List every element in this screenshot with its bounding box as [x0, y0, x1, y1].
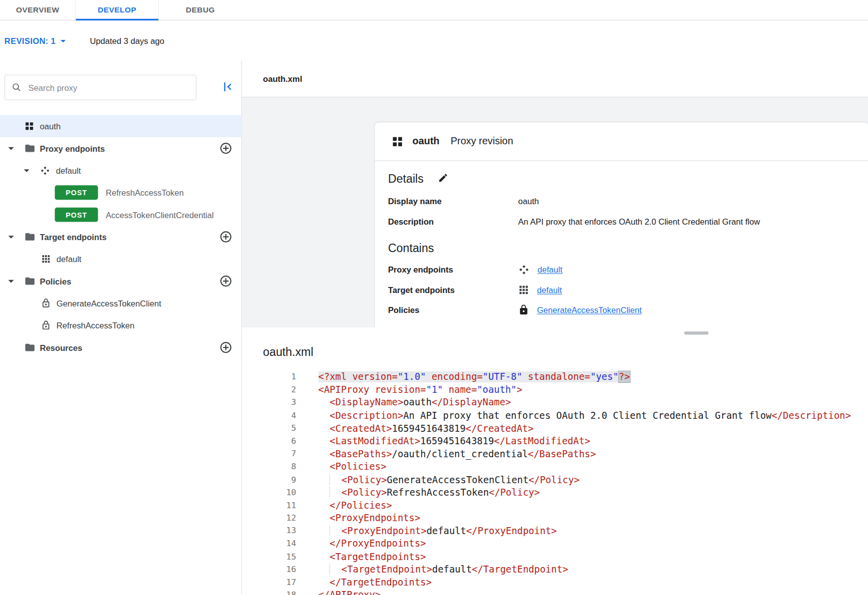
line-number: 7 [242, 448, 296, 461]
target-endpoint-icon [518, 285, 529, 296]
code-line[interactable]: <BasePaths>/oauth/client_credential</Bas… [318, 448, 868, 461]
search-input[interactable] [28, 83, 189, 92]
tree-item-label: default [56, 254, 81, 264]
tab-debug[interactable]: DEBUG [159, 0, 242, 20]
code-line[interactable]: <TargetEndpoints> [318, 550, 868, 563]
code-line[interactable]: <Policies> [318, 461, 868, 474]
flow-name: AccessTokenClientCredential [106, 210, 214, 220]
top-tab-bar: OVERVIEW DEVELOP DEBUG [0, 0, 868, 20]
tree-item-label: GenerateAccessTokenClient [56, 298, 161, 308]
updated-text: Updated 3 days ago [90, 36, 164, 45]
code-line[interactable]: </Policies> [318, 499, 868, 512]
code-line[interactable]: <?xml version="1.0" encoding="UTF-8" sta… [318, 371, 868, 384]
chevron-down-icon[interactable] [20, 164, 33, 177]
display-name-row: Display name oauth [388, 196, 868, 206]
line-number: 5 [242, 422, 296, 435]
add-policy-button[interactable] [219, 275, 233, 290]
search-proxy-box[interactable] [4, 75, 197, 100]
collapse-panel-button[interactable] [220, 79, 236, 96]
tree-folder-target-endpoints[interactable]: Target endpoints [0, 226, 241, 248]
revision-selector[interactable]: REVISION: 1 [4, 34, 69, 46]
code-line[interactable]: <DisplayName>oauth</DisplayName> [318, 396, 868, 409]
file-tab-label: oauth.xml [263, 74, 302, 84]
tree-item-flow-refresh-access-token[interactable]: POST RefreshAccessToken [0, 182, 241, 204]
add-proxy-endpoint-button[interactable] [219, 142, 233, 157]
code-line[interactable]: <ProxyEndpoints> [318, 512, 868, 525]
line-number: 6 [242, 435, 296, 448]
contains-target-endpoints-row: Target endpoints default [388, 285, 868, 296]
add-target-endpoint-button[interactable] [219, 230, 233, 245]
tree-item-flow-access-token-client-credential[interactable]: POST AccessTokenClientCredential [0, 204, 241, 226]
editor-gutter: 123456789101112131415161718 [242, 365, 297, 595]
add-resource-button[interactable] [219, 341, 233, 356]
tree-item-proxy-endpoint-default[interactable]: default [0, 159, 241, 181]
pane-splitter[interactable] [242, 327, 868, 338]
target-endpoint-icon [41, 254, 51, 264]
tree-item-label: oauth [40, 121, 61, 131]
line-number: 17 [242, 576, 296, 589]
chevron-down-icon[interactable] [4, 142, 18, 155]
chevron-down-icon[interactable] [4, 275, 18, 288]
xml-code-editor[interactable]: 123456789101112131415161718 <?xml versio… [242, 365, 868, 595]
tree-folder-resources[interactable]: Resources [0, 336, 241, 358]
target-endpoint-link[interactable]: default [537, 285, 562, 295]
plus-circle-icon [219, 341, 233, 354]
code-line[interactable]: <CreatedAt>1659451643819</CreatedAt> [318, 422, 868, 435]
diagram-area: oauth Proxy revision Details Display nam… [242, 97, 868, 327]
drag-handle-icon [684, 331, 709, 335]
code-line[interactable]: <LastModifiedAt>1659451643819</LastModif… [318, 435, 868, 448]
folder-icon [24, 276, 35, 287]
line-number: 10 [242, 486, 296, 499]
code-line[interactable]: <TargetEndpoint>default</TargetEndpoint> [318, 563, 868, 576]
tab-develop[interactable]: DEVELOP [76, 0, 159, 20]
tree-item-label: RefreshAccessToken [56, 320, 134, 330]
tab-label: DEBUG [186, 5, 215, 14]
code-line[interactable]: </APIProxy> [318, 589, 868, 595]
proxy-endpoint-icon [40, 165, 50, 176]
code-line[interactable]: <Policy>GenerateAccessTokenClient</Polic… [318, 473, 868, 486]
folder-icon [24, 231, 35, 242]
card-title: oauth [413, 136, 439, 147]
contains-policies-row: Policies GenerateAccessTokenClient [388, 304, 868, 315]
folder-icon [24, 143, 35, 154]
plus-circle-icon [219, 142, 233, 155]
code-line[interactable]: <ProxyEndpoint>default</ProxyEndpoint> [318, 525, 868, 538]
policy-link[interactable]: GenerateAccessTokenClient [537, 305, 642, 314]
code-line[interactable]: </TargetEndpoints> [318, 576, 868, 589]
search-row [0, 61, 241, 100]
flow-name: RefreshAccessToken [106, 188, 184, 197]
proxy-endpoint-icon [518, 264, 529, 276]
revision-bar: REVISION: 1 Updated 3 days ago [0, 20, 868, 61]
tree-folder-policies[interactable]: Policies [0, 270, 241, 292]
proxy-icon [24, 121, 34, 131]
code-line[interactable]: <APIProxy revision="1" name="oauth"> [318, 383, 868, 396]
chevron-down-icon[interactable] [4, 230, 18, 244]
card-body: Details Display name oauth Description A… [375, 161, 868, 315]
field-label: Proxy endpoints [388, 265, 518, 275]
proxy-endpoint-link[interactable]: default [537, 265, 562, 275]
proxy-tree-sidebar: oauth Proxy endpoints [0, 61, 242, 595]
tree-item-oauth[interactable]: oauth [0, 115, 241, 137]
line-number: 9 [242, 473, 296, 486]
code-line[interactable]: </ProxyEndpoints> [318, 538, 868, 551]
method-badge-post: POST [55, 185, 98, 200]
details-heading-row: Details [388, 172, 868, 186]
line-number: 12 [242, 512, 296, 525]
tab-label: OVERVIEW [16, 5, 59, 14]
line-number: 14 [242, 538, 296, 551]
tree-item-policy-refresh-access-token[interactable]: RefreshAccessToken [0, 314, 241, 336]
tab-overview[interactable]: OVERVIEW [0, 0, 76, 20]
file-tab-header[interactable]: oauth.xml [242, 61, 868, 97]
line-number: 18 [242, 589, 296, 595]
code-line[interactable]: <Description>An API proxy that enforces … [318, 409, 868, 422]
field-label: Target endpoints [388, 285, 518, 295]
edit-details-button[interactable] [438, 173, 448, 185]
field-label: Policies [388, 305, 518, 314]
editor-code[interactable]: <?xml version="1.0" encoding="UTF-8" sta… [297, 365, 868, 595]
tree-item-policy-generate-access-token-client[interactable]: GenerateAccessTokenClient [0, 292, 241, 314]
proxy-tree: oauth Proxy endpoints [0, 115, 241, 359]
tree-folder-label: Policies [40, 277, 71, 286]
tree-item-target-endpoint-default[interactable]: default [0, 248, 241, 270]
tree-folder-proxy-endpoints[interactable]: Proxy endpoints [0, 137, 241, 159]
code-line[interactable]: <Policy>RefreshAccessToken</Policy> [318, 486, 868, 499]
